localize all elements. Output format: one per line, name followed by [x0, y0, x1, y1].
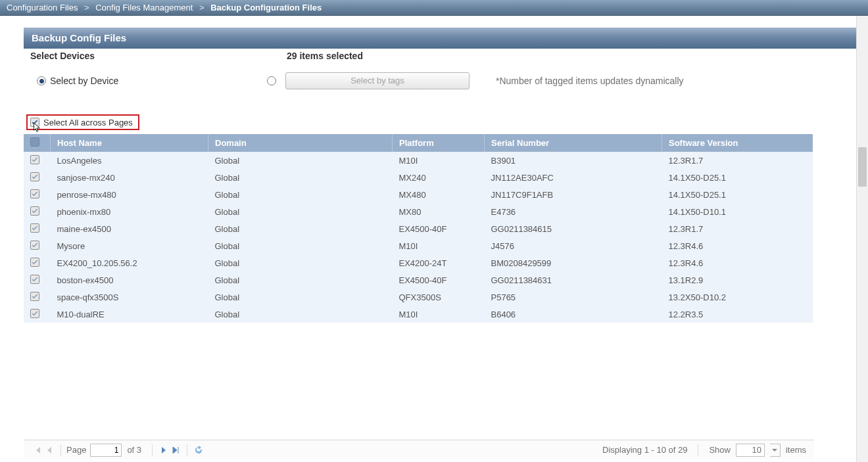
cell-host: EX4200_10.205.56.2: [51, 254, 208, 271]
show-label: Show: [709, 445, 731, 455]
cell-version: 13.1R2.9: [662, 271, 813, 289]
cell-platform: EX4500-40F: [393, 271, 485, 289]
tags-hint: *Number of tagged items updates dynamica…: [496, 76, 684, 86]
row-checkbox[interactable]: [30, 275, 39, 284]
cell-platform: EX4200-24T: [393, 254, 485, 271]
items-label: items: [786, 445, 806, 455]
breadcrumb-item[interactable]: Config Files Management: [95, 3, 193, 12]
table-row[interactable]: penrose-mx480GlobalMX480JN117C9F1AFB14.1…: [24, 186, 813, 203]
header-platform[interactable]: Platform: [393, 134, 485, 152]
scrollbar-thumb[interactable]: [858, 147, 867, 187]
cell-version: 14.1X50-D25.1: [662, 186, 813, 203]
cell-domain: Global: [208, 220, 393, 237]
table-row[interactable]: space-qfx3500SGlobalQFX3500SP576513.2X50…: [24, 289, 813, 306]
cell-version: 12.3R1.7: [662, 152, 813, 169]
header-version[interactable]: Software Version: [662, 134, 813, 152]
next-page-button[interactable]: [158, 444, 170, 456]
cell-domain: Global: [208, 186, 393, 203]
table-row[interactable]: phoenix-mx80GlobalMX80E473614.1X50-D10.1: [24, 203, 813, 220]
last-page-button[interactable]: [170, 444, 181, 456]
header-serial[interactable]: Serial Number: [485, 134, 662, 152]
table-row[interactable]: LosAngelesGlobalM10IB390112.3R1.7: [24, 152, 813, 169]
cell-host: space-qfx3500S: [51, 289, 208, 306]
cell-platform: M10I: [393, 152, 485, 169]
backup-panel: Backup Config Files Select Devices 29 it…: [24, 28, 868, 462]
row-checkbox[interactable]: [30, 258, 39, 267]
cell-domain: Global: [208, 271, 393, 289]
select-by-device[interactable]: Select by Device: [37, 76, 267, 86]
table-row[interactable]: maine-ex4500GlobalEX4500-40FGG0211384615…: [24, 220, 813, 237]
panel-title: Backup Config Files: [24, 28, 868, 49]
page-label: Page: [66, 445, 86, 455]
row-checkbox[interactable]: [30, 206, 39, 216]
header-domain[interactable]: Domain: [208, 134, 393, 152]
breadcrumb-item[interactable]: Configuration Files: [7, 3, 78, 12]
select-by-tags: Select by tags: [267, 72, 470, 89]
table-row[interactable]: boston-ex4500GlobalEX4500-40FGG021138463…: [24, 271, 813, 289]
row-checkbox[interactable]: [30, 292, 39, 301]
cell-platform: EX4500-40F: [393, 220, 485, 237]
header-host[interactable]: Host Name: [51, 134, 208, 152]
cell-version: 13.2X50-D10.2: [662, 289, 813, 306]
cell-serial: BM0208429599: [485, 254, 662, 271]
cell-platform: MX80: [393, 203, 485, 220]
row-checkbox[interactable]: [30, 241, 39, 250]
page-total: of 3: [127, 445, 141, 455]
pager-sep: [187, 444, 187, 456]
cell-domain: Global: [208, 237, 393, 254]
header-checkbox[interactable]: [30, 137, 39, 147]
cell-host: LosAngeles: [51, 152, 208, 169]
cell-domain: Global: [208, 306, 393, 323]
cell-serial: GG0211384631: [485, 271, 662, 289]
cell-platform: MX240: [393, 169, 485, 186]
header-checkbox-col[interactable]: [24, 134, 51, 152]
refresh-button[interactable]: [193, 444, 205, 456]
cell-domain: Global: [208, 254, 393, 271]
cell-host: boston-ex4500: [51, 271, 208, 289]
radio-select-by-tags[interactable]: [267, 76, 276, 85]
radio-select-by-device[interactable]: [37, 76, 46, 85]
cell-host: maine-ex4500: [51, 220, 208, 237]
cell-host: Mysore: [51, 237, 208, 254]
table-row[interactable]: M10-dualREGlobalM10IB640612.2R3.5: [24, 306, 813, 323]
first-page-button[interactable]: [32, 444, 43, 456]
cell-host: sanjose-mx240: [51, 169, 208, 186]
page-size-dropdown[interactable]: [770, 444, 781, 457]
cell-serial: JN117C9F1AFB: [485, 186, 662, 203]
select-all-across-pages[interactable]: Select All across Pages: [26, 114, 139, 130]
cell-platform: QFX3500S: [393, 289, 485, 306]
select-by-device-label: Select by Device: [50, 76, 118, 86]
page-input[interactable]: [90, 444, 122, 457]
cell-host: phoenix-mx80: [51, 203, 208, 220]
cell-version: 12.3R1.7: [662, 220, 813, 237]
select-all-checkbox[interactable]: [30, 118, 39, 127]
cell-version: 12.3R4.6: [662, 254, 813, 271]
displaying-label: Displaying 1 - 10 of 29: [602, 445, 687, 455]
row-checkbox[interactable]: [30, 189, 39, 198]
device-grid: Host Name Domain Platform Serial Number …: [24, 134, 868, 462]
vertical-scrollbar[interactable]: [856, 16, 868, 462]
cell-serial: E4736: [485, 203, 662, 220]
cell-domain: Global: [208, 152, 393, 169]
pager-sep: [698, 444, 698, 456]
table-row[interactable]: sanjose-mx240GlobalMX240JN112AE30AFC14.1…: [24, 169, 813, 186]
cell-version: 14.1X50-D25.1: [662, 169, 813, 186]
page-size-select[interactable]: 10: [736, 444, 765, 457]
items-selected-label: 29 items selected: [287, 51, 363, 61]
prev-page-button[interactable]: [43, 444, 55, 456]
row-checkbox[interactable]: [30, 309, 39, 318]
cell-serial: B3901: [485, 152, 662, 169]
row-checkbox[interactable]: [30, 155, 39, 164]
cell-platform: M10I: [393, 237, 485, 254]
cell-domain: Global: [208, 169, 393, 186]
table-row[interactable]: EX4200_10.205.56.2GlobalEX4200-24TBM0208…: [24, 254, 813, 271]
select-devices-label: Select Devices: [24, 51, 287, 61]
cell-serial: GG0211384615: [485, 220, 662, 237]
row-checkbox[interactable]: [30, 223, 39, 233]
select-by-tags-button[interactable]: Select by tags: [285, 72, 470, 89]
pager-sep: [60, 444, 61, 456]
table-row[interactable]: MysoreGlobalM10IJ457612.3R4.6: [24, 237, 813, 254]
row-checkbox[interactable]: [30, 172, 39, 181]
cell-serial: J4576: [485, 237, 662, 254]
sub-header: Select Devices 29 items selected: [24, 49, 868, 63]
